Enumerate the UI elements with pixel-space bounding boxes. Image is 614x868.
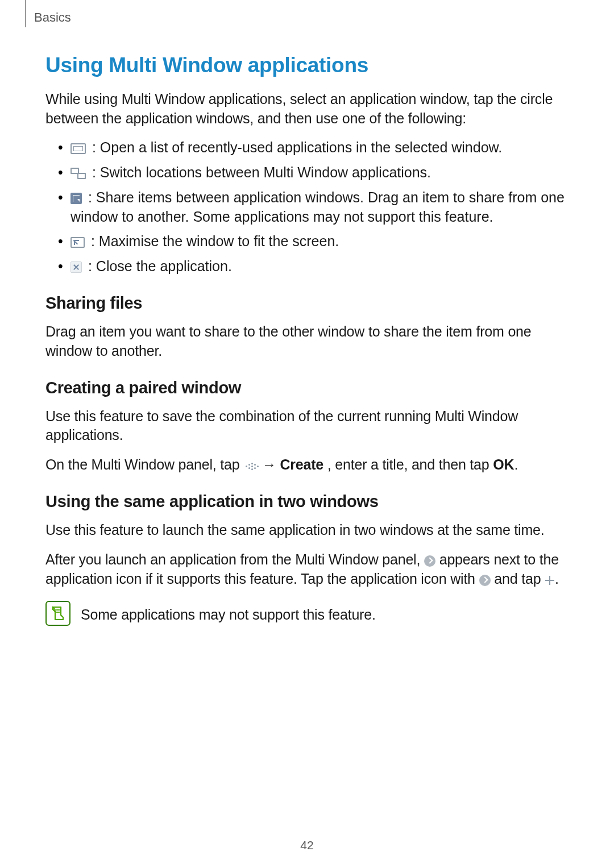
create-label: Create	[280, 456, 323, 472]
document-page: Basics Using Multi Window applications W…	[0, 0, 614, 868]
bullet-text: : Switch locations between Multi Window …	[88, 164, 431, 180]
bullet-maximise: : Maximise the window to fit the screen.	[58, 232, 569, 251]
duplicate-indicator-icon	[424, 555, 435, 567]
text: .	[555, 571, 559, 587]
same-app-body-1: Use this feature to launch the same appl…	[45, 521, 569, 540]
bullet-text: : Share items between application window…	[70, 189, 565, 225]
plus-icon	[545, 575, 555, 585]
sharing-files-body: Drag an item you want to share to the ot…	[45, 322, 569, 361]
header-rule	[25, 0, 26, 27]
page-content: Using Multi Window applications While us…	[0, 0, 614, 635]
handle-dots-icon	[243, 462, 258, 471]
bullet-recent-apps: : Open a list of recently-used applicati…	[58, 138, 569, 157]
bullet-text: : Close the application.	[84, 258, 232, 274]
share-items-icon	[70, 193, 82, 204]
recent-apps-icon	[70, 143, 86, 154]
bullet-share-items: : Share items between application window…	[58, 188, 569, 227]
text: On the Multi Window panel, tap	[45, 456, 243, 472]
icon-bullet-list: : Open a list of recently-used applicati…	[45, 138, 569, 276]
note-row: Some applications may not support this f…	[45, 601, 569, 635]
text: , enter a title, and then tap	[327, 456, 493, 472]
intro-paragraph: While using Multi Window applications, s…	[45, 90, 569, 128]
heading-main: Using Multi Window applications	[45, 51, 569, 80]
ok-label: OK	[493, 456, 514, 472]
breadcrumb: Basics	[34, 9, 71, 26]
duplicate-indicator-icon	[479, 575, 491, 586]
text: .	[514, 456, 518, 472]
switch-locations-icon	[70, 168, 86, 179]
maximise-icon	[70, 237, 85, 248]
bullet-text: : Open a list of recently-used applicati…	[88, 139, 502, 155]
note-icon	[45, 601, 70, 626]
text: and tap	[494, 571, 545, 587]
heading-sharing-files: Sharing files	[45, 292, 569, 314]
heading-paired-window: Creating a paired window	[45, 377, 569, 399]
text: After you launch an application from the…	[45, 551, 424, 567]
close-icon	[70, 261, 82, 273]
bullet-switch-locations: : Switch locations between Multi Window …	[58, 163, 569, 182]
paired-window-body-1: Use this feature to save the combination…	[45, 407, 569, 446]
heading-same-app: Using the same application in two window…	[45, 491, 569, 513]
arrow: →	[262, 456, 280, 472]
paired-window-body-2: On the Multi Window panel, tap → Create …	[45, 455, 569, 475]
bullet-text: : Maximise the window to fit the screen.	[87, 233, 339, 249]
page-number: 42	[0, 837, 614, 853]
same-app-body-2: After you launch an application from the…	[45, 550, 569, 589]
note-text: Some applications may not support this f…	[81, 605, 376, 625]
bullet-close: : Close the application.	[58, 257, 569, 276]
